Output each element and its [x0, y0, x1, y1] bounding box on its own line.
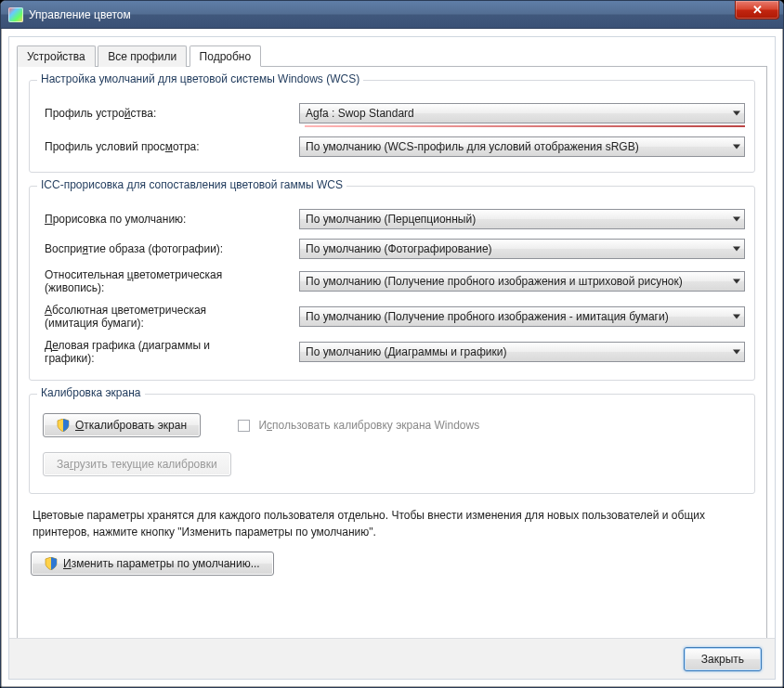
change-defaults-label: Изменить параметры по умолчанию...: [63, 557, 260, 570]
perception-label: Восприятие образа (фотографии):: [39, 242, 299, 255]
chevron-down-icon: [733, 217, 740, 222]
group-wcs-legend: Настройка умолчаний для цветовой системы…: [37, 72, 363, 85]
highlight-underline: [305, 125, 745, 127]
chevron-down-icon: [733, 279, 740, 284]
calibrate-screen-button[interactable]: Откалибровать экран: [43, 413, 201, 437]
abs-color-select[interactable]: По умолчанию (Получение пробного изображ…: [299, 306, 745, 327]
use-windows-calib-label: Использовать калибровку экрана Windows: [258, 419, 479, 432]
rel-color-value: По умолчанию (Получение пробного изображ…: [306, 275, 683, 288]
chevron-down-icon: [733, 145, 740, 149]
use-windows-calib-checkbox[interactable]: Использовать калибровку экрана Windows: [238, 419, 479, 432]
business-value: По умолчанию (Диаграммы и графики): [306, 345, 506, 358]
group-icc-legend: ICC-прорисовка для сопоставления цветово…: [37, 178, 346, 191]
window-title: Управление цветом: [29, 8, 131, 21]
close-button[interactable]: Закрыть: [684, 647, 762, 671]
business-label: Деловая графика (диаграммы играфики):: [39, 339, 299, 365]
titlebar[interactable]: Управление цветом ✕: [1, 1, 783, 29]
abs-color-value: По умолчанию (Получение пробного изображ…: [306, 310, 669, 323]
viewing-profile-label: Профиль условий просмотра:: [39, 140, 299, 153]
group-calibration: Калибровка экрана Откалибровать экран: [29, 394, 755, 494]
shield-icon: [57, 419, 70, 432]
default-render-select[interactable]: По умолчанию (Перцепционный): [299, 209, 745, 229]
tab-devices[interactable]: Устройства: [17, 45, 96, 67]
window-close-button[interactable]: ✕: [735, 1, 779, 19]
default-render-value: По умолчанию (Перцепционный): [306, 213, 476, 226]
change-defaults-button[interactable]: Изменить параметры по умолчанию...: [31, 552, 274, 576]
perception-select[interactable]: По умолчанию (Фотографирование): [299, 239, 745, 259]
close-icon: ✕: [752, 3, 763, 17]
chevron-down-icon: [733, 350, 740, 355]
device-profile-value: Agfa : Swop Standard: [306, 107, 414, 120]
tabstrip: Устройства Все профили Подробно: [17, 45, 767, 67]
app-icon: [8, 7, 23, 22]
tab-all-profiles[interactable]: Все профили: [98, 45, 187, 67]
rel-color-label: Относительная цветометрическая(живопись)…: [39, 268, 299, 294]
client-area: Устройства Все профили Подробно Настройк…: [8, 36, 776, 680]
viewing-profile-value: По умолчанию (WCS-профиль для условий от…: [306, 140, 639, 153]
group-wcs-defaults: Настройка умолчаний для цветовой системы…: [29, 80, 755, 173]
tab-page-advanced: Настройка умолчаний для цветовой системы…: [17, 67, 767, 652]
rel-color-select[interactable]: По умолчанию (Получение пробного изображ…: [299, 271, 745, 292]
note-text: Цветовые параметры хранятся для каждого …: [33, 507, 751, 540]
tab-advanced[interactable]: Подробно: [189, 45, 262, 67]
default-render-label: Прорисовка по умолчанию:: [39, 213, 299, 226]
checkbox-icon: [238, 420, 250, 432]
abs-color-label: Абсолютная цветометрическая(имитация бум…: [39, 304, 299, 330]
perception-value: По умолчанию (Фотографирование): [306, 242, 492, 255]
device-profile-label: Профиль устройства:: [39, 107, 299, 120]
business-select[interactable]: По умолчанию (Диаграммы и графики): [299, 342, 745, 362]
chevron-down-icon: [733, 315, 740, 319]
calibrate-screen-label: Откалибровать экран: [75, 419, 187, 432]
shield-icon: [45, 557, 58, 570]
group-icc-render: ICC-прорисовка для сопоставления цветово…: [29, 186, 755, 381]
chevron-down-icon: [733, 247, 740, 252]
chevron-down-icon: [733, 111, 740, 116]
viewing-profile-select[interactable]: По умолчанию (WCS-профиль для условий от…: [299, 136, 745, 157]
color-management-window: Управление цветом ✕ Устройства Все профи…: [0, 0, 784, 688]
dialog-footer: Закрыть: [9, 638, 775, 679]
load-calibrations-label: Загрузить текущие калибровки: [57, 458, 217, 471]
group-calib-legend: Калибровка экрана: [37, 386, 145, 399]
device-profile-select[interactable]: Agfa : Swop Standard: [299, 103, 745, 123]
load-calibrations-button: Загрузить текущие калибровки: [43, 452, 231, 476]
close-button-label: Закрыть: [701, 653, 744, 666]
